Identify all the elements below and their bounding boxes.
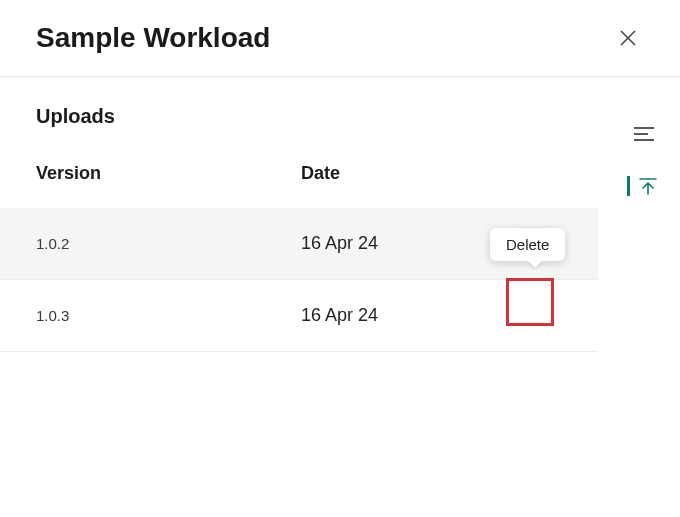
close-button[interactable] bbox=[612, 22, 644, 54]
section-title: Uploads bbox=[0, 77, 680, 138]
header: Sample Workload bbox=[0, 0, 680, 77]
page-title: Sample Workload bbox=[36, 22, 270, 54]
hamburger-icon bbox=[634, 127, 654, 141]
upload-group bbox=[627, 174, 660, 198]
upload-to-top-icon bbox=[638, 176, 658, 196]
upload-indicator bbox=[627, 176, 630, 196]
col-header-version: Version bbox=[36, 163, 301, 184]
side-controls bbox=[627, 122, 660, 198]
menu-button[interactable] bbox=[632, 122, 656, 146]
table-row[interactable]: 1.0.3 16 Apr 24 bbox=[0, 280, 598, 352]
cell-version: 1.0.3 bbox=[36, 307, 301, 324]
cell-date: 16 Apr 24 bbox=[301, 305, 491, 326]
delete-tooltip: Delete bbox=[490, 228, 565, 261]
cell-date: 16 Apr 24 bbox=[301, 233, 491, 254]
close-icon bbox=[619, 29, 637, 47]
cell-version: 1.0.2 bbox=[36, 235, 301, 252]
col-header-date: Date bbox=[301, 163, 491, 184]
table-header: Version Date bbox=[0, 138, 598, 208]
upload-button[interactable] bbox=[636, 174, 660, 198]
